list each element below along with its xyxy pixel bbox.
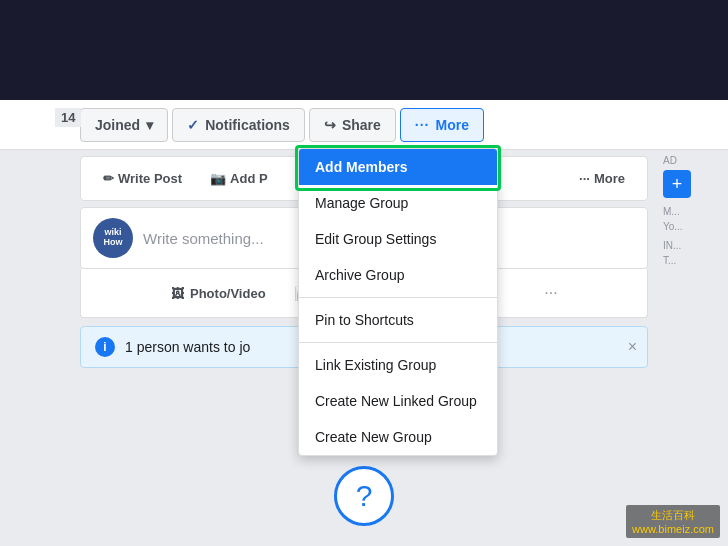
question-icon: ?: [356, 479, 373, 513]
more-post-label: More: [594, 171, 625, 186]
dropdown-overlay: Add Members Manage Group Edit Group Sett…: [298, 148, 498, 456]
more-dots-icon: ···: [579, 171, 590, 186]
link-existing-item[interactable]: Link Existing Group: [299, 347, 497, 383]
dropdown-menu: Add Members Manage Group Edit Group Sett…: [298, 148, 498, 456]
dropdown-divider-1: [299, 297, 497, 298]
share-label: Share: [342, 117, 381, 133]
write-post-button[interactable]: ✏ Write Post: [93, 165, 192, 192]
dots-icon: ···: [415, 117, 430, 133]
add-plus-button[interactable]: +: [663, 170, 691, 198]
write-post-label: Write Post: [118, 171, 182, 186]
joined-tab[interactable]: Joined ▾: [80, 108, 168, 142]
close-notification-button[interactable]: ×: [628, 338, 637, 356]
pencil-icon: ✏: [103, 171, 114, 186]
check-icon: ✓: [187, 117, 199, 133]
left-number-badge: 14: [55, 108, 81, 127]
tab-bar: Joined ▾ ✓ Notifications ↪ Share ··· Mor…: [0, 100, 728, 150]
share-icon: ↪: [324, 117, 336, 133]
avatar: wiki How: [93, 218, 133, 258]
three-dots-icon: ···: [544, 284, 557, 302]
camera-icon: 📷: [210, 171, 226, 186]
notifications-label: Notifications: [205, 117, 290, 133]
watermark: 生活百科 www.bimeiz.com: [626, 505, 720, 538]
more-post-button[interactable]: ··· More: [569, 165, 635, 192]
chevron-down-icon: ▾: [146, 117, 153, 133]
add-photo-label: Add P: [230, 171, 268, 186]
manage-group-item[interactable]: Manage Group: [299, 185, 497, 221]
notifications-tab[interactable]: ✓ Notifications: [172, 108, 305, 142]
sidebar-info4: T...: [663, 255, 718, 266]
help-circle[interactable]: ?: [334, 466, 394, 526]
right-sidebar: AD + M... Yo... IN... T...: [663, 155, 718, 266]
more-tab[interactable]: ··· More: [400, 108, 484, 142]
create-new-item[interactable]: Create New Group: [299, 419, 497, 455]
photo-video-icon: 🖼: [171, 286, 184, 301]
sidebar-info3: IN...: [663, 240, 718, 251]
top-header: [0, 0, 728, 100]
info-icon: i: [95, 337, 115, 357]
dropdown-divider-2: [299, 342, 497, 343]
joined-label: Joined: [95, 117, 140, 133]
archive-group-item[interactable]: Archive Group: [299, 257, 497, 293]
photo-video-label: Photo/Video: [190, 286, 266, 301]
add-members-item[interactable]: Add Members: [299, 149, 497, 185]
photo-video-button[interactable]: 🖼 Photo/Video: [161, 280, 276, 307]
edit-group-settings-item[interactable]: Edit Group Settings: [299, 221, 497, 257]
add-label: AD: [663, 155, 718, 166]
sidebar-info2: Yo...: [663, 221, 718, 232]
pin-shortcuts-item[interactable]: Pin to Shortcuts: [299, 302, 497, 338]
share-tab[interactable]: ↪ Share: [309, 108, 396, 142]
more-label: More: [436, 117, 469, 133]
notification-text: 1 person wants to jo: [125, 339, 250, 355]
add-photo-button[interactable]: 📷 Add P: [200, 165, 278, 192]
media-more-button[interactable]: ···: [535, 277, 567, 309]
sidebar-info: M...: [663, 206, 718, 217]
create-linked-item[interactable]: Create New Linked Group: [299, 383, 497, 419]
